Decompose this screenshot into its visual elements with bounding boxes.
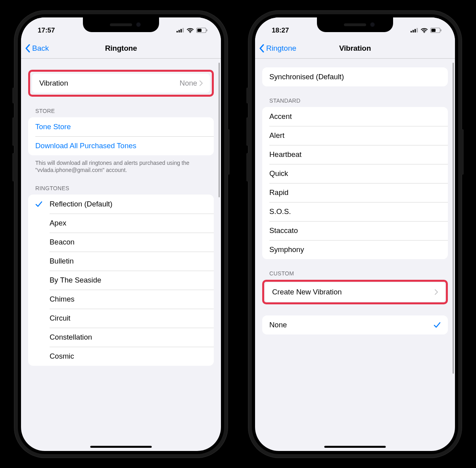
standard-vibration-cell[interactable]: S.O.S. (262, 202, 448, 221)
default-vibration-label: Synchronised (Default) (269, 73, 441, 81)
home-indicator[interactable] (324, 446, 386, 448)
ringtone-label: Circuit (50, 314, 207, 323)
nav-bar: Back Ringtone (21, 39, 221, 59)
standard-vibration-label: Accent (269, 112, 441, 121)
cellular-icon (411, 28, 418, 33)
standard-vibration-cell[interactable]: Accent (262, 107, 448, 126)
custom-header: CUSTOM (262, 270, 448, 280)
chevron-right-icon (435, 289, 438, 295)
standard-header: STANDARD (262, 97, 448, 107)
ringtone-label: Apex (50, 219, 207, 227)
wifi-icon (421, 28, 428, 33)
standard-vibration-label: Symphony (269, 245, 441, 254)
store-footer: This will download all ringtones and ale… (28, 155, 214, 174)
ringtone-cell[interactable]: Circuit (28, 309, 214, 328)
volume-down-button (246, 153, 249, 181)
nav-bar: Ringtone Vibration (255, 39, 455, 59)
scroll-indicator[interactable] (219, 63, 220, 197)
ringtone-cell[interactable]: Cosmic (28, 347, 214, 366)
battery-icon (430, 28, 441, 33)
none-group: None (262, 315, 448, 334)
standard-group: STANDARD AccentAlertHeartbeatQuickRapidS… (262, 97, 448, 259)
volume-up-button (246, 117, 249, 146)
standard-vibration-label: Alert (269, 131, 441, 140)
ringtone-label: Chimes (50, 295, 207, 304)
power-button (461, 129, 464, 175)
standard-vibration-label: Heartbeat (269, 150, 441, 159)
none-cell[interactable]: None (262, 315, 448, 334)
ringtones-group: RINGTONES Reflection (Default)ApexBeacon… (28, 185, 214, 366)
ringtone-label: Cosmic (50, 352, 207, 361)
nav-title: Vibration (339, 44, 371, 53)
standard-vibration-cell[interactable]: Rapid (262, 183, 448, 202)
home-indicator[interactable] (90, 446, 152, 448)
vibration-cell[interactable]: Vibration None (32, 74, 210, 93)
ringtone-label: Reflection (Default) (50, 200, 207, 208)
nav-back-label: Back (32, 44, 49, 53)
tone-store-label: Tone Store (35, 122, 207, 131)
standard-vibration-cell[interactable]: Quick (262, 164, 448, 183)
chevron-right-icon (200, 80, 203, 86)
checkmark-icon (434, 321, 441, 329)
content[interactable]: Synchronised (Default) STANDARD AccentAl… (255, 59, 455, 451)
notch (83, 17, 159, 32)
ringtone-label: Beacon (50, 238, 207, 246)
standard-vibration-cell[interactable]: Heartbeat (262, 145, 448, 164)
ringtone-cell[interactable]: Beacon (28, 233, 214, 252)
ringtone-cell[interactable]: Bulletin (28, 252, 214, 271)
phone-left: 17:57 Back Ringtone (14, 10, 228, 458)
highlight-vibration: Vibration None (28, 70, 214, 97)
wifi-icon (187, 28, 194, 33)
tone-store-cell[interactable]: Tone Store (28, 117, 214, 136)
ringtone-label: Bulletin (50, 257, 207, 266)
highlight-create-vibration: Create New Vibration (262, 280, 448, 304)
cellular-icon (177, 28, 184, 33)
create-vibration-cell[interactable]: Create New Vibration (265, 283, 445, 302)
store-header: STORE (28, 108, 214, 117)
vibration-label: Vibration (39, 79, 180, 88)
checkmark-icon (35, 201, 50, 208)
nav-title: Ringtone (105, 44, 137, 53)
nav-back-label: Ringtone (266, 44, 296, 53)
create-vibration-label: Create New Vibration (272, 288, 435, 296)
default-group: Synchronised (Default) (262, 67, 448, 86)
vibration-value: None (180, 79, 197, 88)
standard-vibration-label: Rapid (269, 188, 441, 197)
mute-switch (246, 88, 249, 103)
nav-back-button[interactable]: Back (25, 39, 49, 58)
download-tones-cell[interactable]: Download All Purchased Tones (28, 136, 214, 155)
standard-vibration-label: Staccato (269, 226, 441, 235)
chevron-left-icon (25, 44, 31, 53)
ringtone-label: By The Seaside (50, 276, 207, 285)
battery-icon (196, 28, 207, 33)
default-vibration-cell[interactable]: Synchronised (Default) (262, 67, 448, 86)
status-time: 17:57 (38, 27, 55, 34)
power-button (227, 129, 230, 175)
standard-vibration-label: Quick (269, 169, 441, 178)
ringtone-cell[interactable]: Reflection (Default) (28, 195, 214, 214)
none-label: None (269, 321, 434, 329)
ringtone-cell[interactable]: By The Seaside (28, 271, 214, 290)
standard-vibration-cell[interactable]: Symphony (262, 240, 448, 259)
ringtone-cell[interactable]: Chimes (28, 290, 214, 309)
standard-vibration-label: S.O.S. (269, 207, 441, 216)
ringtone-label: Constellation (50, 333, 207, 342)
volume-up-button (12, 117, 15, 146)
scroll-indicator[interactable] (453, 63, 454, 374)
nav-back-button[interactable]: Ringtone (259, 39, 296, 58)
download-tones-label: Download All Purchased Tones (35, 141, 207, 150)
notch (317, 17, 393, 32)
ringtones-header: RINGTONES (28, 185, 214, 195)
content[interactable]: Vibration None STORE Tone Store (21, 59, 221, 451)
status-time: 18:27 (272, 27, 289, 34)
mute-switch (12, 88, 15, 103)
store-group: STORE Tone Store Download All Purchased … (28, 108, 214, 174)
chevron-left-icon (259, 44, 265, 53)
phone-right: 18:27 Ringtone Vibration (248, 10, 462, 458)
standard-vibration-cell[interactable]: Staccato (262, 221, 448, 240)
ringtone-cell[interactable]: Apex (28, 214, 214, 233)
volume-down-button (12, 153, 15, 181)
standard-vibration-cell[interactable]: Alert (262, 126, 448, 145)
ringtone-cell[interactable]: Constellation (28, 328, 214, 347)
custom-group: CUSTOM Create New Vibration (262, 270, 448, 304)
